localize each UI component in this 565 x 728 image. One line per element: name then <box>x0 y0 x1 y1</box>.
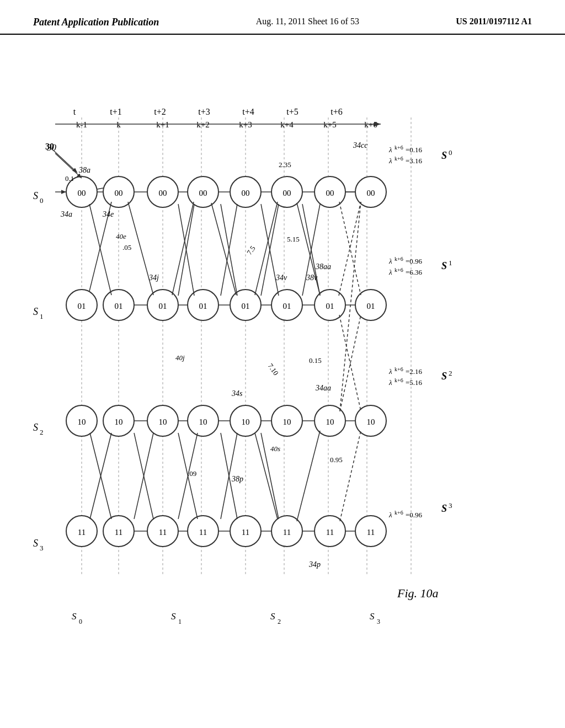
svg-text:01: 01 <box>326 302 334 311</box>
svg-line-124 <box>172 202 194 295</box>
svg-line-125 <box>211 203 236 295</box>
svg-text:00: 00 <box>367 189 375 197</box>
svg-text:40j: 40j <box>175 354 185 362</box>
svg-text:2.35: 2.35 <box>279 160 291 169</box>
svg-text:k+6: k+6 <box>395 256 403 262</box>
svg-text:k+5: k+5 <box>323 120 336 129</box>
svg-text:=5.16: =5.16 <box>406 378 423 387</box>
svg-text:11: 11 <box>159 528 167 537</box>
svg-text:0.1: 0.1 <box>65 174 74 183</box>
svg-text:0: 0 <box>79 618 82 625</box>
svg-line-131 <box>297 431 320 521</box>
svg-text:40e: 40e <box>116 232 126 240</box>
svg-text:11: 11 <box>242 528 249 537</box>
svg-text:00: 00 <box>78 189 86 197</box>
svg-text:t+4: t+4 <box>242 107 254 116</box>
svg-text:3: 3 <box>40 544 44 552</box>
svg-text:=0.96: =0.96 <box>406 511 423 519</box>
svg-text:=2.16: =2.16 <box>406 367 423 376</box>
svg-text:2: 2 <box>449 369 452 377</box>
svg-text:S: S <box>33 422 38 433</box>
svg-text:λ: λ <box>388 367 392 376</box>
svg-text:38p: 38p <box>231 475 243 483</box>
svg-text:00: 00 <box>115 189 123 197</box>
svg-text:t+3: t+3 <box>198 107 210 116</box>
svg-text:k+6: k+6 <box>395 366 403 372</box>
svg-text:k+3: k+3 <box>239 120 252 129</box>
svg-text:00: 00 <box>283 189 291 197</box>
svg-text:01: 01 <box>159 302 167 311</box>
svg-text:t+1: t+1 <box>110 107 121 116</box>
svg-text:10: 10 <box>326 417 334 426</box>
svg-text:10: 10 <box>78 417 86 426</box>
svg-text:.05: .05 <box>122 243 131 251</box>
svg-text:01: 01 <box>242 302 250 311</box>
svg-text:.09: .09 <box>188 469 196 478</box>
svg-text:38v: 38v <box>306 274 318 282</box>
svg-text:1: 1 <box>40 312 44 320</box>
diagram-area: t t+1 t+2 t+3 t+4 t+5 t+6 k-1 k k+1 k+2 … <box>0 35 565 708</box>
svg-text:Fig. 10a: Fig. 10a <box>397 586 439 600</box>
svg-text:7.10: 7.10 <box>266 362 280 377</box>
svg-text:7.5: 7.5 <box>245 244 257 256</box>
svg-text:40s: 40s <box>270 445 280 453</box>
svg-text:11: 11 <box>283 528 291 537</box>
svg-text:k+6: k+6 <box>395 144 403 151</box>
svg-text:10: 10 <box>199 417 207 426</box>
svg-text:3: 3 <box>377 618 380 625</box>
sheet-info: Aug. 11, 2011 Sheet 16 of 53 <box>256 17 359 26</box>
svg-text:k+2: k+2 <box>196 120 209 129</box>
svg-text:t+6: t+6 <box>331 107 342 116</box>
svg-text:0: 0 <box>40 196 44 205</box>
svg-text:34p: 34p <box>308 560 321 569</box>
svg-line-122 <box>97 188 103 189</box>
svg-text:01: 01 <box>78 302 86 311</box>
svg-text:38a: 38a <box>78 166 90 174</box>
svg-text:=3.16: =3.16 <box>406 157 423 165</box>
svg-text:k: k <box>116 120 121 129</box>
svg-text:34aa: 34aa <box>315 384 331 392</box>
svg-text:34j: 34j <box>148 274 159 282</box>
svg-text:11: 11 <box>115 528 122 537</box>
svg-text:3: 3 <box>449 501 452 510</box>
svg-text:S: S <box>441 503 447 514</box>
svg-text:S: S <box>72 611 77 622</box>
svg-text:k+6: k+6 <box>364 120 377 129</box>
svg-text:λ: λ <box>388 511 392 519</box>
svg-text:34v: 34v <box>275 274 287 282</box>
svg-text:λ: λ <box>388 257 392 265</box>
svg-text:34a: 34a <box>60 210 72 218</box>
svg-text:00: 00 <box>199 189 207 197</box>
svg-text:00: 00 <box>159 189 167 197</box>
svg-text:S: S <box>370 611 375 622</box>
svg-text:k+6: k+6 <box>395 510 403 516</box>
patent-number: US 2011/0197112 A1 <box>456 17 532 26</box>
svg-line-138 <box>340 315 361 411</box>
svg-text:11: 11 <box>199 528 207 537</box>
svg-text:k+6: k+6 <box>395 267 403 273</box>
svg-text:11: 11 <box>367 528 375 537</box>
svg-text:01: 01 <box>367 302 375 311</box>
svg-text:S: S <box>270 611 275 622</box>
svg-text:34s: 34s <box>231 389 243 398</box>
svg-text:10: 10 <box>367 417 375 426</box>
svg-text:38aa: 38aa <box>315 263 331 271</box>
svg-text:1: 1 <box>449 259 452 267</box>
svg-line-126 <box>255 202 278 295</box>
svg-text:0.95: 0.95 <box>330 456 343 464</box>
svg-text:34e: 34e <box>102 210 114 218</box>
svg-text:01: 01 <box>199 302 207 311</box>
svg-text:=0.96: =0.96 <box>406 257 423 265</box>
svg-text:11: 11 <box>78 528 86 537</box>
svg-text:34cc: 34cc <box>353 141 368 149</box>
svg-text:=0.16: =0.16 <box>406 146 423 154</box>
svg-text:10: 10 <box>159 417 167 426</box>
svg-text:0.15: 0.15 <box>309 356 322 365</box>
svg-text:λ: λ <box>388 268 392 276</box>
svg-text:S: S <box>441 150 447 161</box>
svg-text:k+1: k+1 <box>156 120 169 129</box>
svg-text:=6.36: =6.36 <box>406 268 423 276</box>
svg-line-141 <box>339 315 361 411</box>
svg-text:k-1: k-1 <box>76 120 87 129</box>
svg-text:k+4: k+4 <box>280 120 294 129</box>
